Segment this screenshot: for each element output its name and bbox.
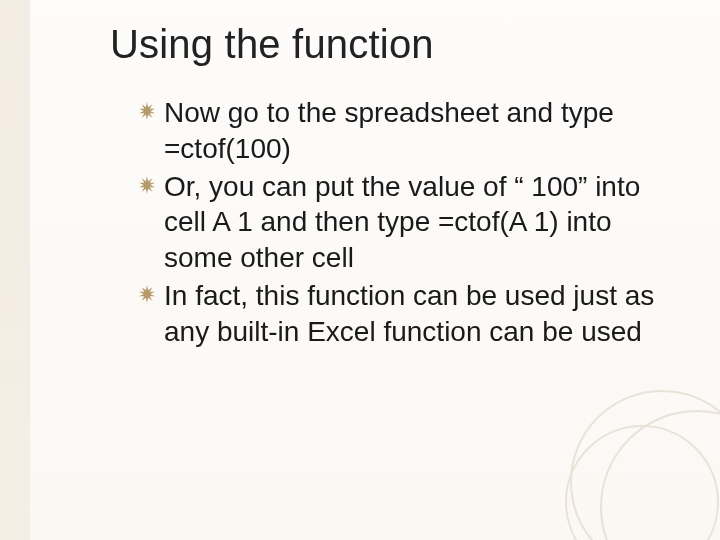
starburst-icon <box>138 176 156 194</box>
bullet-list: Now go to the spreadsheet and type =ctof… <box>140 95 660 350</box>
list-item-text: In fact, this function can be used just … <box>164 280 654 347</box>
corner-ornament <box>560 380 720 540</box>
list-item: Now go to the spreadsheet and type =ctof… <box>140 95 660 167</box>
starburst-icon <box>138 102 156 120</box>
list-item-text: Or, you can put the value of “ 100” into… <box>164 171 640 274</box>
starburst-icon <box>138 285 156 303</box>
list-item: Or, you can put the value of “ 100” into… <box>140 169 660 276</box>
list-item-text: Now go to the spreadsheet and type =ctof… <box>164 97 614 164</box>
slide-title: Using the function <box>110 22 670 67</box>
slide: Using the function Now go to the spreads… <box>0 0 720 540</box>
list-item: In fact, this function can be used just … <box>140 278 660 350</box>
